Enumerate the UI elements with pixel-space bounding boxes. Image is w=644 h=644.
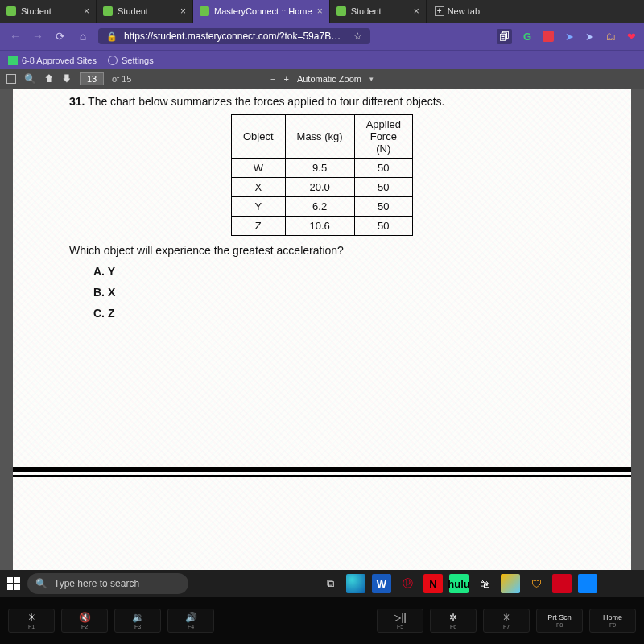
question-followup: Which object will experience the greates…	[69, 244, 575, 257]
taskbar-search[interactable]: 🔍 Type here to search	[27, 573, 188, 594]
search-icon: 🔍	[35, 578, 47, 589]
pdf-page: 31. The chart below summarizes the force…	[13, 89, 631, 570]
table-row: W 9.5 50	[231, 159, 412, 178]
pdf-viewport[interactable]: 31. The chart below summarizes the force…	[0, 89, 644, 570]
tab-masteryconnect[interactable]: MasteryConnect :: Home ×	[193, 0, 330, 23]
tab-title: Student	[351, 6, 382, 16]
tab-title: Student	[118, 6, 148, 16]
plus-icon: +	[435, 6, 444, 16]
page-down-icon[interactable]: 🡇	[62, 73, 72, 85]
bookmark-label: Settings	[122, 56, 154, 65]
key-f5[interactable]: ▷||F5	[377, 609, 423, 633]
close-icon[interactable]: ×	[317, 6, 323, 17]
chevron-down-icon[interactable]: ▾	[369, 75, 374, 83]
folder-icon[interactable]	[578, 574, 597, 593]
windows-icon	[7, 577, 20, 590]
folder-icon	[8, 56, 18, 65]
tab-favicon	[6, 6, 16, 16]
key-f1[interactable]: ☀F1	[8, 609, 55, 633]
tab-student-2[interactable]: Student ×	[97, 0, 193, 23]
task-view-icon[interactable]: ⧉	[320, 574, 340, 593]
table-row: Y 6.2 50	[231, 197, 412, 217]
page-up-icon[interactable]: 🡅	[44, 73, 54, 85]
page-number-input[interactable]: 13	[80, 72, 104, 85]
tab-strip: Student × Student × MasteryConnect :: Ho…	[0, 0, 644, 23]
choice-c[interactable]: C. Z	[93, 307, 575, 320]
extension-icon[interactable]	[543, 31, 554, 42]
app-icon[interactable]	[501, 574, 520, 593]
th-mass: Mass (kg)	[285, 115, 354, 159]
lock-icon: 🔒	[106, 31, 118, 42]
laptop-keyboard: ☀F1 🔇F2 🔉F3 🔊F4 ▷||F5 ✲F6 ✳F7 Prt ScnF8 …	[0, 597, 644, 644]
app-red-icon[interactable]	[552, 574, 572, 593]
pinterest-icon[interactable]: ⓟ	[398, 574, 417, 593]
tab-title: MasteryConnect :: Home	[214, 6, 312, 16]
heart-icon[interactable]: ❤	[627, 31, 636, 43]
tab-favicon	[103, 6, 113, 16]
zoom-in-icon[interactable]: +	[283, 74, 288, 84]
zoom-out-icon[interactable]: −	[270, 74, 275, 84]
svg-rect-1	[14, 577, 20, 583]
key-f2[interactable]: 🔇F2	[61, 609, 108, 633]
url-box[interactable]: 🔒 https://student.masteryconnect.com/?to…	[98, 28, 370, 44]
sidebar-toggle-icon[interactable]	[6, 74, 16, 84]
th-force: Applied Force (N)	[354, 115, 412, 159]
choice-b[interactable]: B. X	[93, 286, 575, 299]
table-row: Z 10.6 50	[231, 217, 412, 236]
home-button[interactable]: ⌂	[76, 30, 90, 43]
pdf-toolbar: 🔍 🡅 🡇 13 of 15 − + Automatic Zoom ▾	[0, 69, 644, 89]
question-line: 31. The chart below summarizes the force…	[69, 95, 575, 108]
bookmarks-bar: 6-8 Approved Sites Settings	[0, 50, 644, 69]
new-tab-label: New tab	[448, 6, 480, 16]
search-icon[interactable]: 🔍	[24, 73, 36, 85]
back-button[interactable]: ←	[8, 30, 23, 43]
key-f3[interactable]: 🔉F3	[114, 609, 161, 633]
word-icon[interactable]: W	[372, 574, 391, 593]
cursor-icon[interactable]: ➤	[565, 31, 574, 43]
store-icon[interactable]: 🛍	[475, 574, 494, 593]
edge-icon[interactable]	[346, 574, 365, 593]
tab-title: Student	[21, 6, 52, 16]
page-divider	[13, 467, 631, 472]
svg-rect-2	[7, 584, 13, 590]
data-table: Object Mass (kg) Applied Force (N) W 9.5…	[231, 114, 413, 236]
svg-rect-3	[14, 584, 20, 590]
gear-icon	[108, 56, 118, 65]
close-icon[interactable]: ×	[414, 6, 419, 17]
question-prompt: The chart below summarizes the forces ap…	[88, 95, 444, 108]
reader-icon[interactable]: 🗐	[497, 29, 512, 44]
tab-favicon	[200, 6, 209, 16]
security-icon[interactable]: 🛡	[526, 574, 546, 593]
netflix-icon[interactable]: N	[423, 574, 443, 593]
close-icon[interactable]: ×	[84, 6, 89, 17]
choice-a[interactable]: A. Y	[93, 265, 575, 278]
bookmark-settings[interactable]: Settings	[108, 56, 154, 65]
taskbar-apps: ⧉ W ⓟ N hulu 🛍 🛡	[320, 574, 597, 593]
key-f9[interactable]: HomeF9	[589, 609, 636, 633]
grammarly-icon[interactable]: G	[523, 31, 531, 43]
zoom-select[interactable]: Automatic Zoom	[297, 74, 361, 84]
key-f7[interactable]: ✳F7	[483, 609, 530, 633]
table-row: X 20.0 50	[231, 178, 412, 197]
refresh-button[interactable]: ⟳	[53, 30, 68, 43]
start-button[interactable]	[3, 573, 24, 594]
key-f8[interactable]: Prt ScnF8	[536, 609, 583, 633]
bookmark-approved-sites[interactable]: 6-8 Approved Sites	[8, 56, 97, 65]
bookmark-label: 6-8 Approved Sites	[22, 56, 97, 65]
new-tab-button[interactable]: + New tab	[427, 0, 488, 23]
cursor-alt-icon[interactable]: ➤	[585, 31, 594, 43]
favorite-icon[interactable]: ☆	[353, 31, 362, 42]
key-f6[interactable]: ✲F6	[430, 609, 477, 633]
address-bar: ← → ⟳ ⌂ 🔒 https://student.masteryconnect…	[0, 23, 644, 50]
forward-button[interactable]: →	[31, 30, 45, 43]
tab-student-3[interactable]: Student ×	[330, 0, 427, 23]
search-placeholder: Type here to search	[54, 578, 139, 589]
hulu-icon[interactable]: hulu	[449, 574, 469, 593]
close-icon[interactable]: ×	[180, 6, 186, 17]
tab-student-1[interactable]: Student ×	[0, 0, 97, 23]
svg-rect-0	[7, 577, 13, 583]
collections-icon[interactable]: 🗂	[605, 31, 616, 43]
answer-choices: A. Y B. X C. Z	[93, 265, 575, 320]
th-object: Object	[231, 115, 285, 159]
key-f4[interactable]: 🔊F4	[167, 609, 214, 633]
